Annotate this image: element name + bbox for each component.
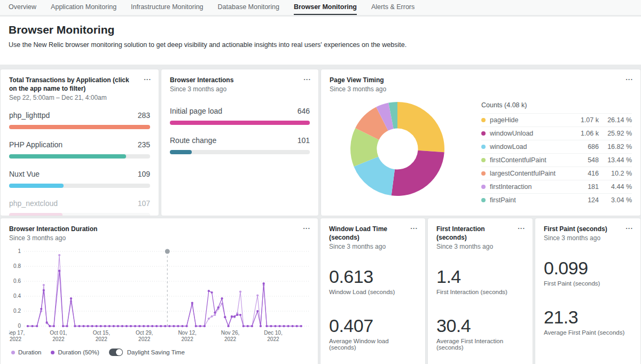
legend-item-windowunload[interactable]: windowUnload1.06 k25.92 % (481, 126, 632, 140)
panel-subtitle: Since 3 months ago (329, 243, 417, 250)
chart-legend-duration-50[interactable]: Duration (50%) (51, 349, 99, 355)
x-axis-label: Sep 17,2022 (9, 330, 25, 342)
legend-label: largestContentfulPaint (490, 170, 569, 177)
legend-item-pagehide[interactable]: pageHide1.07 k26.14 % (481, 113, 632, 126)
panel-menu-icon[interactable]: ... (303, 223, 310, 231)
tab-alerts-errors[interactable]: Alerts & Errors (371, 0, 415, 15)
gauge-track (170, 121, 310, 125)
series-point (43, 289, 45, 291)
legend-label: windowLoad (490, 143, 569, 151)
panel-menu-icon[interactable]: ... (518, 223, 525, 231)
gauge-row-php-lighttpd: php_lighttpd283 (9, 111, 150, 129)
legend-percent: 16.82 % (599, 143, 632, 151)
legend-percent: 3.04 % (599, 196, 632, 204)
legend-label: firstContentfulPaint (490, 156, 569, 164)
panel-title: First Paint (seconds) (544, 225, 632, 233)
series-point (265, 325, 268, 327)
panel-menu-icon[interactable]: ... (626, 223, 633, 231)
series-point (58, 270, 60, 272)
series-point (231, 315, 233, 318)
series-point (134, 325, 136, 327)
pie-slice-windowunload[interactable] (392, 151, 444, 196)
tab-browser-monitoring[interactable]: Browser Monitoring (294, 0, 357, 15)
legend-percent: 13.44 % (599, 156, 632, 164)
legend-value: 1.07 k (569, 116, 599, 124)
legend-item-largestcontentfulpaint[interactable]: largestContentfulPaint41610.2 % (481, 167, 632, 180)
chart-legend-duration[interactable]: Duration (11, 349, 41, 355)
pageview-legend: Counts (4.08 k) pageHide1.07 k26.14 %win… (481, 99, 632, 207)
gauge-label-php-lighttpd[interactable]: php_lighttpd (9, 111, 50, 120)
series-point (247, 325, 249, 327)
legend-item-windowload[interactable]: windowLoad68616.82 % (481, 140, 632, 153)
tab-application-monitoring[interactable]: Application Monitoring (51, 0, 116, 15)
series-point (126, 325, 128, 327)
series-point (138, 325, 140, 327)
billboard-metric: 0.407Average Window load (seconds) (329, 315, 417, 351)
metric-label: Average First Interaction (seconds) (436, 338, 524, 351)
series-point (62, 325, 64, 327)
tab-overview[interactable]: Overview (9, 0, 36, 15)
panel-menu-icon[interactable]: ... (303, 74, 311, 82)
metric-label: Average Window load (seconds) (329, 338, 417, 351)
legend-percent: 26.14 % (599, 116, 632, 124)
daylight-saving-toggle[interactable] (109, 349, 123, 356)
tab-database-monitoring[interactable]: Database Monitoring (218, 0, 279, 15)
series-point (58, 254, 60, 256)
panel-page-view-timing: Page View Timing Since 3 months ago ... … (320, 69, 641, 216)
pageview-donut-chart[interactable] (348, 99, 447, 199)
legend-percent: 10.2 % (599, 170, 632, 177)
metric-label: First Interaction (seconds) (436, 289, 524, 295)
legend-item-firstinteraction[interactable]: firstInteraction1814.44 % (481, 180, 632, 193)
series-point (274, 325, 276, 327)
page-header: Browser Monitoring Use the New Relic bro… (0, 17, 641, 65)
pie-slice-pagehide[interactable] (397, 102, 444, 152)
y-axis-label: 0.2 (13, 308, 21, 314)
series-point (227, 325, 229, 327)
legend-value: 124 (569, 196, 599, 204)
y-axis-label: 1 (18, 248, 21, 254)
dashboard-row-2: Browser Interaction Duration Since 3 mon… (0, 218, 641, 364)
series-point (210, 291, 213, 294)
y-axis-label: 0 (18, 323, 21, 329)
panel-subtitle: Since 3 months ago (9, 234, 309, 242)
legend-dot-icon (481, 118, 486, 122)
tab-infrastructure-monitoring[interactable]: Infrastructure Monitoring (131, 0, 203, 15)
gauge-row-php-application: PHP Application235 (9, 140, 150, 159)
panel-title: Browser Interactions (170, 76, 310, 84)
series-point (53, 325, 55, 327)
legend-label: firstInteraction (490, 183, 569, 191)
gauge-label-php-nextcloud[interactable]: php_nextcloud (9, 199, 58, 208)
legend-item-firstcontentfulpaint[interactable]: firstContentfulPaint54813.44 % (481, 153, 632, 167)
legend-dot-icon (481, 171, 486, 176)
gauge-label-nuxt-vue[interactable]: Nuxt Vue (9, 170, 40, 178)
x-axis-label: Oct 29,2022 (136, 330, 153, 342)
gauge-label-route-change[interactable]: Route change (170, 136, 216, 145)
series-point (185, 325, 187, 327)
series-point (108, 325, 111, 327)
series-point (82, 325, 84, 327)
panel-browser-interactions: Browser Interactions Since 3 months ago … (161, 69, 319, 216)
x-axis-label: Oct 15,2022 (93, 330, 110, 342)
gauge-label-php-application[interactable]: PHP Application (9, 140, 62, 149)
panel-menu-icon[interactable]: ... (626, 74, 633, 82)
panel-subtitle: Since 3 months ago (170, 85, 310, 93)
gauge-value: 646 (298, 107, 310, 115)
legend-item-firstpaint[interactable]: firstPaint1243.04 % (481, 193, 632, 207)
x-axis-label: Oct 01,2022 (50, 330, 67, 342)
gauge-label-initial-page-load[interactable]: Initial page load (170, 107, 222, 115)
toggle-label: Daylight Saving Time (127, 349, 185, 355)
series-point (177, 325, 179, 327)
panel-first-paint-seconds: First Paint (seconds)Since 3 months ago.… (535, 218, 641, 364)
dst-marker-dot (165, 249, 170, 254)
interactions-gauge-list: Initial page load646Route change101 (170, 107, 310, 154)
panel-menu-icon[interactable]: ... (144, 74, 151, 82)
series-point (70, 297, 72, 299)
panel-menu-icon[interactable]: ... (410, 223, 418, 231)
series-point (147, 325, 149, 327)
metric-value: 1.4 (436, 266, 524, 287)
series-point (239, 291, 241, 293)
series-point (121, 325, 123, 327)
duration-line-chart[interactable]: 00.20.40.60.81Sep 17,2022Oct 01,2022Oct … (9, 246, 311, 343)
series-point (256, 295, 259, 297)
series-point (31, 325, 33, 327)
